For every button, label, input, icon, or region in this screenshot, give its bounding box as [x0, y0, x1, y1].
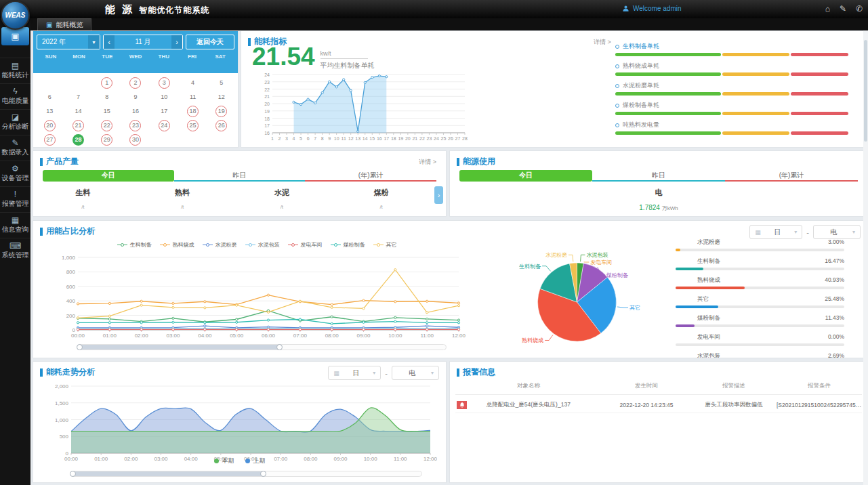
calendar-icon: ▦ [333, 370, 339, 377]
calendar-day[interactable]: 29 [101, 134, 112, 146]
calendar-day[interactable]: 10 [159, 91, 170, 103]
ranking-percent: 25.48% [825, 295, 844, 303]
today-button[interactable]: 返回今天 [186, 35, 234, 49]
calendar-day[interactable]: 20 [44, 120, 56, 131]
tab-energy-overview[interactable]: ▣ 能耗概览 [37, 18, 91, 30]
alarm-row: 总降配电业_磨54(磨头电压)_1372022-12-20 14:23:45磨头… [455, 397, 862, 413]
legend-item[interactable]: 煤粉制备 [331, 241, 365, 249]
calendar-day[interactable]: 26 [215, 120, 227, 131]
legend-label: 水泥粉磨 [215, 241, 237, 249]
calendar-day[interactable]: 18 [187, 106, 199, 117]
product-detail-link[interactable]: 详情 > [419, 158, 436, 167]
indicator-item[interactable]: 煤粉制备单耗 [615, 101, 848, 115]
legend-item[interactable]: 水泥粉磨 [203, 241, 237, 249]
calendar-day[interactable]: 15 [101, 106, 112, 117]
calendar-day[interactable]: 21 [73, 120, 84, 131]
calendar-day[interactable]: 30 [129, 134, 141, 146]
product-tab-2[interactable]: (年)累计 [305, 170, 436, 182]
datazoom-handle-right[interactable] [260, 471, 266, 477]
calendar-day[interactable]: 1 [101, 77, 112, 89]
indicator-item[interactable]: 水泥粉磨单耗 [615, 81, 848, 96]
calendar-day[interactable]: 8 [101, 91, 112, 103]
calendar-day-empty [215, 134, 227, 146]
calendar-day[interactable]: 19 [215, 106, 227, 117]
calendar-day[interactable]: 16 [129, 106, 141, 117]
sidebar-item-data-entry[interactable]: ✎数据录入 [0, 135, 30, 161]
energy-type-select[interactable]: 电 ▾ [392, 366, 439, 380]
calendar-day[interactable]: 12 [215, 91, 227, 103]
calendar-day[interactable]: 6 [44, 91, 56, 103]
sidebar-item-energy-stats[interactable]: ▤能耗统计 [0, 58, 30, 83]
topbar-icons: ⌂ ✎ ✆ [825, 4, 863, 14]
calendar-day[interactable]: 22 [101, 120, 112, 131]
trend-legend-item[interactable]: 上期 [245, 457, 266, 465]
calendar-day[interactable]: 9 [129, 91, 141, 103]
legend-item[interactable]: 水泥包装 [245, 241, 280, 249]
energy-type-select[interactable]: 电 ▾ [813, 225, 861, 239]
ratio-datazoom-slider[interactable] [77, 344, 447, 350]
calendar-day[interactable]: 2 [129, 77, 141, 89]
trend-legend-item[interactable]: 本期 [214, 457, 234, 465]
year-select[interactable]: 2022 年 ▼ [37, 35, 100, 49]
product-column: 熟料/t [133, 188, 232, 210]
legend-item[interactable]: 其它 [373, 241, 397, 249]
calendar-day[interactable]: 17 [159, 106, 170, 117]
product-tab-1[interactable]: 昨日 [174, 170, 306, 182]
datazoom-selected-range[interactable] [77, 345, 280, 350]
next-month-button[interactable]: › [171, 35, 182, 49]
phone-icon[interactable]: ✆ [856, 4, 863, 14]
datazoom-handle-left[interactable] [70, 471, 76, 477]
prev-month-button[interactable]: ‹ [104, 35, 115, 49]
indicator-item[interactable]: 熟料烧成单耗 [615, 62, 848, 76]
energy-use-tab-2[interactable]: (年)累计 [725, 170, 858, 182]
alarm-condition: [S2021012915100245229574557640137.V27]<0… [777, 402, 862, 408]
trend-datazoom-slider[interactable] [70, 471, 422, 477]
energy-use-tab-1[interactable]: 昨日 [592, 170, 725, 182]
sidebar-item-analysis-diagnosis[interactable]: ◪分析诊断 [0, 109, 30, 135]
sidebar-item-info-query[interactable]: ▦信息查询 [0, 212, 30, 238]
svg-text:2: 2 [278, 136, 281, 141]
datazoom-handle-left[interactable] [77, 344, 83, 350]
datazoom-handle-right[interactable] [276, 344, 283, 350]
calendar-day[interactable]: 5 [215, 77, 227, 89]
carousel-next-icon[interactable]: › [434, 186, 443, 204]
scrollbar-thumb[interactable] [864, 40, 867, 142]
legend-item[interactable]: 生料制备 [117, 241, 152, 249]
calendar-day[interactable]: 23 [129, 120, 141, 131]
period-select[interactable]: ▦ 日 ▾ [749, 225, 802, 239]
datazoom-selected-range[interactable] [70, 471, 264, 476]
indicator-detail-link[interactable]: 详情 > [594, 38, 611, 47]
calendar-day[interactable]: 13 [44, 106, 56, 117]
calendar-day[interactable]: 7 [73, 91, 84, 103]
calendar-day[interactable]: 28 [73, 134, 84, 146]
calendar-day[interactable]: 27 [44, 134, 56, 146]
sidebar-item-system-mgmt[interactable]: ⌨系统管理 [0, 238, 30, 263]
ranking-row-head: 水泥包装2.69% [676, 352, 844, 358]
calendar-day-empty [187, 134, 199, 146]
sidebar-item-overview-active[interactable]: ▣ [1, 27, 29, 45]
calendar-day[interactable]: 11 [187, 91, 199, 103]
sidebar-item-power-quality[interactable]: ϟ电能质量 [0, 83, 30, 109]
sidebar-item-device-mgmt[interactable]: ⚙设备管理 [0, 161, 30, 186]
user-menu[interactable]: Welcome admin [622, 5, 682, 12]
calendar-day[interactable]: 14 [73, 106, 84, 117]
indicator-item[interactable]: 吨熟料发电量 [615, 121, 848, 135]
indicator-item-head: 吨熟料发电量 [615, 121, 848, 129]
legend-item[interactable]: 熟料烧成 [160, 241, 194, 249]
page-scrollbar[interactable] [863, 30, 868, 485]
svg-text:2,000: 2,000 [55, 383, 69, 389]
legend-item[interactable]: 发电车间 [288, 241, 323, 249]
sidebar-item-alarm-mgmt[interactable]: !报警管理 [0, 186, 30, 212]
period-select[interactable]: ▦ 日 ▾ [328, 366, 381, 380]
home-icon[interactable]: ⌂ [825, 4, 830, 14]
calendar-day[interactable]: 3 [159, 77, 170, 89]
energy-use-tab-0[interactable]: 今日 [459, 170, 592, 182]
product-tab-0[interactable]: 今日 [43, 170, 174, 182]
calendar-day[interactable]: 25 [187, 120, 199, 131]
edit-icon[interactable]: ✎ [840, 4, 846, 14]
calendar-day[interactable]: 24 [159, 120, 170, 131]
indicator-item[interactable]: 生料制备单耗 [615, 42, 848, 56]
svg-text:28: 28 [462, 136, 468, 141]
alarm-bell-icon [457, 401, 467, 409]
calendar-day[interactable]: 4 [187, 77, 199, 89]
